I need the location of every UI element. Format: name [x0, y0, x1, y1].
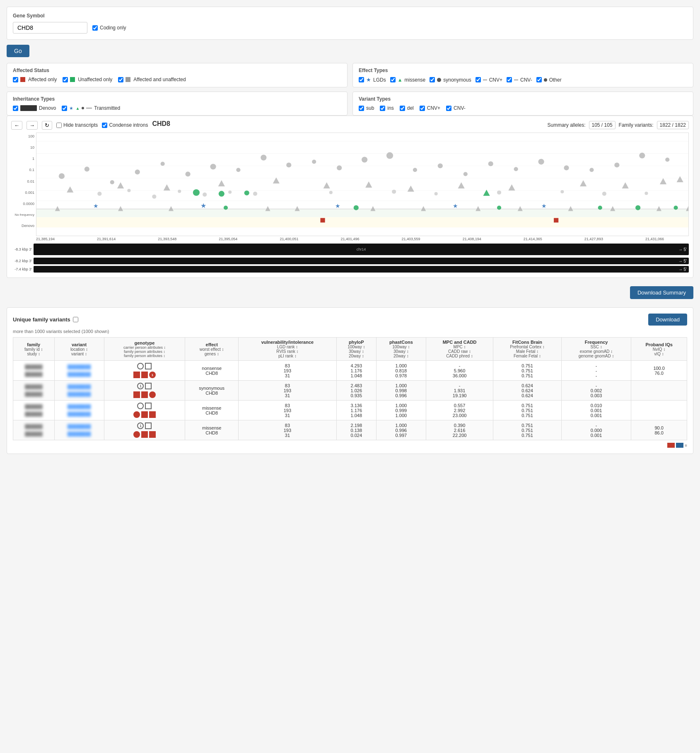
svg-marker-50 [164, 184, 170, 191]
affected-only-checkbox[interactable]: Affected only [13, 77, 57, 82]
proband-cell [631, 401, 687, 420]
other-checkbox[interactable]: Other [536, 77, 562, 83]
svg-text:★: ★ [335, 203, 340, 209]
nav-refresh-button[interactable]: ↻ [42, 121, 52, 130]
nav-left-button[interactable]: ← [11, 121, 22, 130]
cnvplus-variant-checkbox[interactable]: CNV+ [420, 105, 440, 111]
go-button[interactable]: Go [7, 45, 29, 57]
download-summary-button[interactable]: Download Summary [630, 286, 693, 299]
variants-info: more than 1000 variants selected (1000 s… [13, 329, 687, 334]
svg-marker-83 [686, 206, 688, 211]
table-row: ████████████ ████████████████ 1 [13, 381, 687, 401]
svg-marker-81 [610, 206, 615, 211]
track-2: -8.2 kbp 3' → 5' [11, 258, 689, 264]
svg-point-15 [210, 164, 216, 169]
condense-introns-checkbox[interactable]: Condense introns [102, 122, 148, 128]
phastcons-cell: 1.0000.9991.000 [376, 401, 426, 420]
missense-checkbox[interactable]: ▲ missense [390, 77, 426, 83]
svg-point-36 [152, 195, 156, 199]
svg-rect-85 [554, 218, 558, 222]
y-axis: 100 10 1 0.1 0.01 0.001 0.0000 No freque… [11, 133, 36, 236]
cnvplus-effect-checkbox[interactable]: CNV+ [476, 77, 502, 83]
transmitted-checkbox[interactable]: ★ ▲ Transmitted [62, 105, 120, 111]
affected-status-label: Affected Status [13, 68, 341, 73]
family-cell: ████████████ [13, 361, 55, 381]
fitcons-cell: 0.6240.6240.624 [493, 381, 562, 401]
cnvminus-effect-checkbox[interactable]: CNV- [507, 77, 532, 83]
frequency-cell: --- [561, 361, 631, 381]
coding-only-checkbox[interactable]: Coding only [92, 25, 126, 31]
unaffected-only-checkbox[interactable]: Unaffected only [63, 77, 112, 82]
effect-types-box: Effect Types ★ LGDs ▲ missense synonymou… [352, 63, 693, 87]
variant-cell: ████████████████ [54, 361, 104, 381]
svg-marker-51 [218, 180, 225, 186]
ins-checkbox[interactable]: ins [380, 105, 393, 111]
sub-checkbox[interactable]: sub [359, 105, 374, 111]
affected-unaffected-checkbox[interactable]: Affected and unaffected [118, 77, 186, 82]
col-phyloP: phyloP 100way ↕ 30way ↕ 20way ↕ [336, 338, 376, 361]
phastcons-cell: 1.0000.8180.978 [376, 361, 426, 381]
svg-point-32 [639, 153, 645, 159]
synonymous-circle-icon [437, 78, 441, 82]
variant-types-label: Variant Types [359, 96, 687, 102]
hide-transcripts-checkbox[interactable]: Hide transcripts [56, 122, 98, 128]
nav-right-button[interactable]: → [27, 121, 38, 130]
inheritance-types-box: Inheritance Types Denovo ★ ▲ Transmitted [7, 92, 348, 116]
download-button[interactable]: Download [648, 314, 687, 326]
coordinate-row: 21,385,194 21,391,614 21,393,548 21,395,… [11, 236, 689, 243]
table-row: ████████████ ████████████████ [13, 401, 687, 420]
table-row: ████████████ ████████████████ [13, 361, 687, 381]
gene-symbol-card: Gene Symbol Coding only [7, 7, 693, 40]
del-checkbox[interactable]: del [400, 105, 414, 111]
svg-point-19 [312, 159, 316, 164]
denovo-checkbox[interactable]: Denovo [13, 105, 56, 111]
cnvminus-variant-checkbox[interactable]: CNV- [446, 105, 466, 111]
table-section: Unique family variants Download more tha… [7, 307, 693, 454]
track-1: -8.3 kbp 3' → 5' chr14 [11, 244, 689, 255]
transmitted-tri-icon: ▲ [75, 106, 80, 111]
svg-marker-55 [408, 186, 414, 192]
svg-point-10 [84, 167, 89, 171]
genotype-cell [104, 401, 185, 420]
svg-marker-57 [508, 184, 515, 191]
col-vulnerability: vulnerability/intolerance LGD rank ↕ RVI… [238, 338, 336, 361]
effect-cell: missenseCHD8 [185, 401, 239, 420]
svg-point-35 [127, 189, 130, 192]
color-bar-area: ≡ [13, 443, 687, 448]
variants-table: family family id ↕ study ↕ variant locat… [13, 337, 687, 440]
unique-family-checkbox[interactable] [73, 317, 78, 322]
svg-marker-61 [677, 176, 683, 182]
svg-point-86 [224, 206, 228, 210]
genotype-cell: 1 [104, 381, 185, 401]
svg-point-28 [538, 159, 544, 164]
coding-only-label: Coding only [100, 25, 126, 31]
svg-point-41 [329, 191, 333, 194]
svg-point-87 [354, 205, 359, 210]
svg-point-14 [185, 171, 190, 176]
synonymous-checkbox[interactable]: synonymous [430, 77, 471, 83]
svg-point-43 [434, 192, 438, 195]
col-variant: variant location ↕ variant ↕ [54, 338, 104, 361]
col-genotype: genotype carrier person attributes ↕ fam… [104, 338, 185, 361]
phastcons-cell: 1.0000.9960.997 [376, 420, 426, 440]
lgds-checkbox[interactable]: ★ LGDs [359, 77, 386, 83]
color-bar-blue [676, 443, 683, 448]
svg-point-46 [602, 192, 606, 196]
svg-point-45 [560, 190, 564, 193]
frequency-cell: -0.0020.003 [561, 381, 631, 401]
fitcons-cell: 0.7510.7510.751 [493, 361, 562, 381]
effect-cell: nonsenseCHD8 [185, 361, 239, 381]
svg-point-9 [59, 173, 65, 179]
gene-viewer-title: CHD8 [152, 120, 543, 128]
svg-rect-1 [36, 217, 688, 227]
svg-point-26 [488, 161, 493, 166]
affected-status-box: Affected Status Affected only Unaffected… [7, 63, 348, 87]
viewer-toolbar: ← → ↻ Hide transcripts Condense introns … [11, 120, 689, 130]
tracks-area: -8.3 kbp 3' → 5' chr14 -8.2 kbp 3' → 5' … [11, 244, 689, 273]
vulnerability-cell: 8319331 [238, 401, 336, 420]
col-proband-iqs: Proband IQs NvIQ ↕ vIQ ↕ [631, 338, 687, 361]
svg-point-22 [386, 152, 393, 159]
svg-point-34 [97, 192, 101, 196]
svg-marker-72 [118, 206, 123, 211]
gene-symbol-input[interactable] [13, 22, 87, 34]
